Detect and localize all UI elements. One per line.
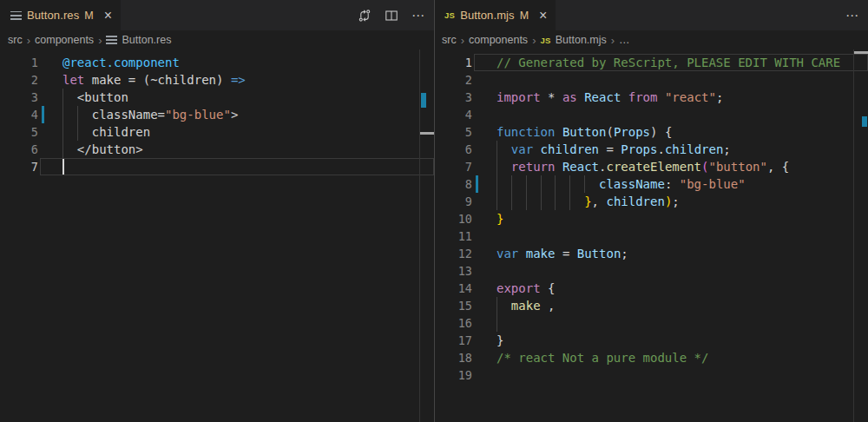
line-number: 14 xyxy=(434,280,474,297)
code-line-10[interactable]: 10} xyxy=(434,210,868,227)
code-line-body[interactable]: @react.component xyxy=(40,54,434,71)
code-line-body[interactable]: var make = Button; xyxy=(474,245,868,262)
line-number: 18 xyxy=(434,349,474,366)
line-number: 19 xyxy=(434,366,474,384)
line-number: 5 xyxy=(434,123,474,141)
code-text: make , xyxy=(496,297,555,314)
line-number: 3 xyxy=(434,89,474,106)
code-line-13[interactable]: 13 xyxy=(434,262,868,280)
code-line-body[interactable] xyxy=(474,106,868,123)
code-line-body[interactable]: </button> xyxy=(40,141,434,158)
code-line-2[interactable]: 2 xyxy=(434,71,868,89)
breadcrumb-item-src[interactable]: src xyxy=(8,34,23,46)
line-number: 6 xyxy=(0,141,40,158)
code-line-19[interactable]: 19 xyxy=(434,366,868,384)
code-line-1[interactable]: 1// Generated by ReScript, PLEASE EDIT W… xyxy=(434,54,868,71)
line-number: 16 xyxy=(434,314,474,332)
code-text: className: "bg-blue" xyxy=(496,175,746,193)
breadcrumb-item-components[interactable]: components xyxy=(469,34,528,46)
code-line-2[interactable]: 2let make = (~children) => xyxy=(0,71,434,89)
close-icon[interactable]: × xyxy=(539,9,547,23)
open-changes-icon[interactable] xyxy=(358,9,372,23)
editor-group-divider[interactable] xyxy=(434,0,435,422)
more-actions-icon[interactable]: ⋯ xyxy=(845,9,859,23)
code-line-14[interactable]: 14export { xyxy=(434,280,868,297)
code-line-body[interactable]: function Button(Props) { xyxy=(474,123,868,141)
code-line-7[interactable]: 7 xyxy=(0,158,434,175)
tab-label: Button.mjs xyxy=(460,9,514,22)
code-line-4[interactable]: 4 xyxy=(434,106,868,123)
editor-button-res[interactable]: 1@react.component2let make = (~children)… xyxy=(0,49,434,422)
breadcrumb-item-file[interactable]: Button.mjs xyxy=(556,34,607,46)
code-line-body[interactable] xyxy=(474,366,868,384)
line-number: 4 xyxy=(0,106,40,123)
code-text: @react.component xyxy=(62,54,180,71)
code-line-body[interactable]: // Generated by ReScript, PLEASE EDIT WI… xyxy=(474,54,868,71)
code-line-17[interactable]: 17} xyxy=(434,332,868,349)
code-line-body[interactable] xyxy=(474,262,868,280)
code-line-11[interactable]: 11 xyxy=(434,227,868,245)
code-line-body[interactable]: className: "bg-blue" xyxy=(474,175,868,193)
file-lines-icon xyxy=(10,11,22,20)
code-line-body[interactable]: import * as React from "react"; xyxy=(474,89,868,106)
code-line-4[interactable]: 4 className="bg-blue"> xyxy=(0,106,434,123)
code-text: export { xyxy=(496,280,555,297)
code-line-16[interactable]: 16 xyxy=(434,314,868,332)
code-line-body[interactable]: } xyxy=(474,210,868,227)
code-text: } xyxy=(496,210,503,227)
code-line-body[interactable] xyxy=(474,227,868,245)
editor-actions-left: ⋯ xyxy=(358,0,425,30)
breadcrumb-left: src › components › Button.res xyxy=(0,30,434,49)
code-line-body[interactable]: } xyxy=(474,332,868,349)
code-line-body[interactable] xyxy=(474,71,868,89)
code-line-body[interactable] xyxy=(40,158,434,175)
code-line-9[interactable]: 9 }, children); xyxy=(434,193,868,210)
code-text: } xyxy=(496,332,503,349)
code-line-body[interactable]: <button xyxy=(40,89,434,106)
breadcrumb-item-components[interactable]: components xyxy=(35,34,94,46)
code-line-1[interactable]: 1@react.component xyxy=(0,54,434,71)
code-line-18[interactable]: 18/* react Not a pure module */ xyxy=(434,349,868,366)
code-line-body[interactable]: make , xyxy=(474,297,868,314)
code-line-body[interactable]: var children = Props.children; xyxy=(474,141,868,158)
code-line-5[interactable]: 5function Button(Props) { xyxy=(434,123,868,141)
code-line-body[interactable]: let make = (~children) => xyxy=(40,71,434,89)
code-line-7[interactable]: 7 return React.createElement("button", { xyxy=(434,158,868,175)
git-modified-gutter xyxy=(42,106,44,123)
indent-guide xyxy=(496,314,497,332)
editor-button-mjs[interactable]: 1// Generated by ReScript, PLEASE EDIT W… xyxy=(434,49,868,422)
code-line-12[interactable]: 12var make = Button; xyxy=(434,245,868,262)
code-line-body[interactable] xyxy=(474,314,868,332)
code-line-15[interactable]: 15 make , xyxy=(434,297,868,314)
line-number: 4 xyxy=(434,106,474,123)
line-number: 3 xyxy=(0,89,40,106)
code-text: return React.createElement("button", { xyxy=(496,158,789,175)
modified-badge: M xyxy=(84,10,93,22)
code-line-5[interactable]: 5 children xyxy=(0,123,434,141)
overview-ruler-modified-marker xyxy=(862,116,867,127)
tab-button-mjs[interactable]: JS Button.mjs M × xyxy=(434,0,556,30)
code-line-body[interactable]: return React.createElement("button", { xyxy=(474,158,868,175)
code-line-3[interactable]: 3 <button xyxy=(0,89,434,106)
tab-button-res[interactable]: Button.res M × xyxy=(0,0,121,30)
code-text: }, children); xyxy=(496,193,680,210)
breadcrumb-item-src[interactable]: src xyxy=(442,34,457,46)
code-line-6[interactable]: 6 </button> xyxy=(0,141,434,158)
code-line-3[interactable]: 3import * as React from "react"; xyxy=(434,89,868,106)
code-text: function Button(Props) { xyxy=(496,123,672,141)
breadcrumb-item-symbol[interactable]: … xyxy=(619,34,630,46)
code-line-8[interactable]: 8 className: "bg-blue" xyxy=(434,175,868,193)
code-line-body[interactable]: /* react Not a pure module */ xyxy=(474,349,868,366)
code-line-body[interactable]: }, children); xyxy=(474,193,868,210)
overview-ruler-cursor-marker xyxy=(854,51,868,54)
close-icon[interactable]: × xyxy=(104,9,112,23)
code-line-body[interactable]: export { xyxy=(474,280,868,297)
code-line-body[interactable]: className="bg-blue"> xyxy=(40,106,434,123)
chevron-right-icon: › xyxy=(461,34,464,47)
line-number: 7 xyxy=(0,158,40,175)
code-line-body[interactable]: children xyxy=(40,123,434,141)
breadcrumb-item-file[interactable]: Button.res xyxy=(122,34,171,46)
code-line-6[interactable]: 6 var children = Props.children; xyxy=(434,141,868,158)
more-actions-icon[interactable]: ⋯ xyxy=(411,9,425,23)
split-editor-icon[interactable] xyxy=(385,9,398,23)
